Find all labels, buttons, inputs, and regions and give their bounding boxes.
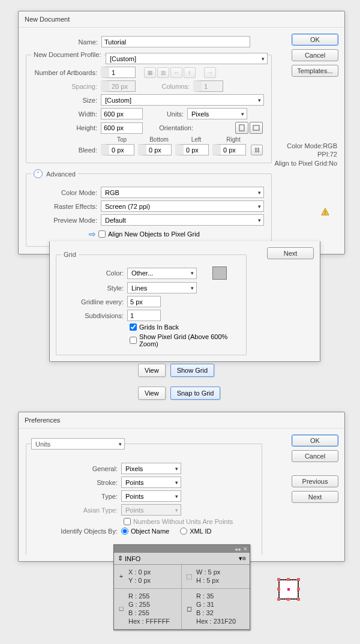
height-label: Height: [31,124,101,131]
profile-legend: New Document Profile: [31,51,104,58]
numbers-without-units-checkbox[interactable]: Numbers Without Units Are Points [124,518,233,525]
name-label: Name: [44,38,101,46]
gridline-every-input[interactable] [127,296,161,307]
profile-dropdown[interactable]: [Custom] [106,53,268,64]
next-button[interactable]: Next [267,247,314,259]
view-menu-button-2[interactable]: View [138,387,166,400]
panel-collapse-icon[interactable]: ◂◂ [235,546,241,552]
artboards-label: Number of Artboards: [31,69,101,76]
bleed-right-input[interactable] [212,144,246,155]
profile-fieldset: New Document Profile: [Custom] Number of… [26,51,272,163]
raster-dropdown[interactable]: Screen (72 ppi) [101,200,264,212]
view-menu-button[interactable]: View [138,364,166,377]
warning-icon: ! [321,208,329,216]
prefs-cancel-button[interactable]: Cancel [292,450,338,462]
subdivisions-input[interactable] [127,310,161,321]
bleed-left-input[interactable] [175,144,209,155]
bleed-right-label: Right [215,136,252,143]
svg-rect-6 [277,578,280,581]
fill-swatch-icon: □ [118,605,125,612]
artboards-input[interactable] [101,67,136,78]
type-units-dropdown[interactable]: Points [121,490,181,502]
grid-color-label: Color: [61,269,127,277]
grid-color-swatch[interactable] [212,266,227,280]
arrow-indicator-icon: ⇨ [89,229,96,239]
asian-type-label: Asian Type: [31,507,121,514]
grid-legend: Grid [61,251,79,258]
stroke-units-dropdown[interactable]: Points [121,477,181,488]
align-pixel-grid-checkbox[interactable]: Align New Objects to Pixel Grid [98,230,200,238]
panel-close-icon[interactable]: ✕ [243,546,248,552]
link-bleed-icon[interactable]: ⛓ [251,145,263,155]
prefs-title: Preferences [19,412,344,429]
height-input[interactable] [101,122,143,134]
identify-label: Identify Objects By: [31,528,121,535]
identify-xml-id-radio[interactable]: XML ID [180,528,211,535]
grid-dialog: Next Grid Color: Other... Style: Lines G… [49,241,320,362]
preview-label: Preview Mode: [31,217,101,224]
grid-color-dropdown[interactable]: Other... [127,268,197,279]
columns-label: Columns: [136,83,193,90]
templates-button[interactable]: Templates... [292,65,338,77]
stroke-label: Stroke: [31,479,121,486]
ok-button[interactable]: OK [292,34,338,46]
crosshair-icon: + [118,573,125,580]
size-dropdown[interactable]: [Custom] [101,94,264,106]
svg-rect-14 [287,588,290,591]
preview-dropdown[interactable]: Default [101,214,264,226]
type-label: Type: [31,493,121,500]
cancel-button[interactable]: Cancel [292,49,338,61]
prefs-previous-button[interactable]: Previous [292,475,338,487]
snap-to-grid-menu-item[interactable]: Snap to Grid [170,387,221,400]
name-input[interactable] [101,36,250,47]
dialog-title: New Document [19,11,344,28]
grid-style-label: Style: [61,284,127,292]
orientation-landscape-button[interactable] [250,122,263,134]
general-units-dropdown[interactable]: Pixels [121,463,181,474]
bleed-bottom-input[interactable] [138,144,172,155]
width-input[interactable] [101,108,143,119]
orientation-label: Orientation: [143,124,197,131]
prefs-next-button[interactable]: Next [292,491,338,503]
arrange-grid-col-icon: ▥ [157,67,169,78]
size-label: Size: [31,97,101,104]
svg-rect-13 [297,588,300,591]
selected-object-preview [275,576,302,603]
bleed-bottom-label: Bottom [140,136,178,143]
units-dropdown[interactable]: Pixels [187,108,247,119]
updown-icon: ⇕ [118,555,123,562]
svg-rect-11 [287,598,290,601]
grids-in-back-checkbox[interactable]: Grids In Back [130,324,179,331]
colormode-dropdown[interactable]: RGB [101,187,264,198]
info-panel: ◂◂ ✕ ⇕ INFO ▾≡ + X : 0 px Y : 0 px ⬚ W :… [113,544,250,630]
identify-object-name-radio[interactable]: Object Name [121,528,169,535]
svg-rect-10 [287,578,290,581]
new-document-dialog: New Document OK Cancel Templates... Name… [18,11,345,254]
gridline-every-label: Gridline every: [61,298,127,305]
preferences-dialog: Preferences OK Cancel Previous Next Unit… [18,412,345,562]
show-grid-menu-item[interactable]: Show Grid [170,364,214,377]
svg-rect-12 [277,588,280,591]
prefs-section-dropdown[interactable]: Units [31,438,125,450]
svg-rect-8 [277,598,280,601]
arrange-row-icon: ↔ [170,67,182,78]
units-label: Units: [143,110,187,118]
info-tab[interactable]: ⇕ INFO ▾≡ [114,553,250,565]
spacing-label: Spacing: [31,83,101,90]
columns-input [193,80,223,92]
arrange-col-icon: ↕ [184,67,196,78]
raster-label: Raster Effects: [31,203,101,210]
grid-fieldset: Grid Color: Other... Style: Lines Gridli… [56,251,247,355]
prefs-ok-button[interactable]: OK [292,435,338,447]
units-fieldset: Units General: Pixels Stroke: Points Typ… [26,438,262,555]
collapse-advanced-icon[interactable]: ⌃ [34,169,43,178]
grid-style-dropdown[interactable]: Lines [127,282,197,293]
bleed-top-input[interactable] [101,144,134,155]
panel-menu-icon[interactable]: ▾≡ [239,555,246,562]
general-label: General: [31,465,121,472]
width-label: Width: [31,110,101,118]
show-pixel-grid-checkbox[interactable]: Show Pixel Grid (Above 600% Zoom) [130,333,241,348]
subdivisions-label: Subdivisions: [61,312,127,319]
bleed-top-label: Top [103,136,140,143]
orientation-portrait-button[interactable] [235,122,248,134]
